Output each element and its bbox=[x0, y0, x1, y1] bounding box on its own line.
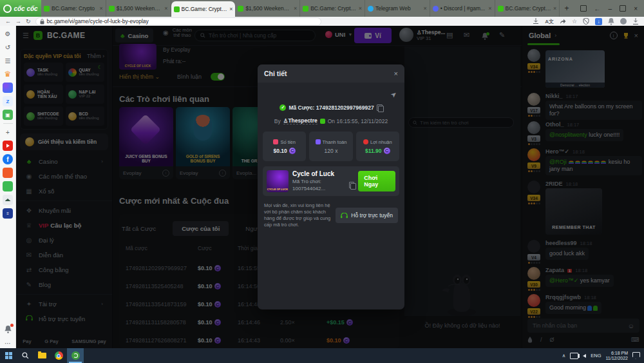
stat-payout: Thanh toán 120 x bbox=[309, 132, 352, 161]
browser-titlebar: cốc cốc BC.Game: Crypto× $1,500 Weekend … bbox=[0, 0, 644, 17]
telegram-favicon bbox=[368, 6, 374, 12]
bcgame-favicon bbox=[238, 6, 243, 12]
address-bar[interactable]: bc.game/vi/game/cycle-of-luck-by-evoplay bbox=[35, 17, 321, 26]
bet-id-text: Mã Cược: 1749281202997969927 bbox=[289, 104, 374, 111]
tab-weekend-2[interactable]: $1,500 Weekend Ev...× bbox=[235, 0, 300, 17]
tab-bcgame-2[interactable]: BC.Game: Crypto Ca...× bbox=[300, 0, 365, 17]
tab-close-icon[interactable]: × bbox=[100, 5, 103, 12]
maximize-button[interactable] bbox=[620, 5, 626, 12]
action-center-icon[interactable] bbox=[632, 352, 640, 359]
orange-app-icon[interactable] bbox=[3, 168, 13, 178]
modal-close-icon[interactable]: × bbox=[394, 70, 398, 77]
tab-title: $1,500 Weekend Ev... bbox=[245, 5, 292, 12]
coin-icon: C bbox=[289, 148, 296, 154]
bet-timestamp: On 16:15:55, 12/11/2022 bbox=[328, 118, 388, 124]
game-thumbnail[interactable]: CYCLE OF LUCK bbox=[267, 170, 289, 192]
games-icon[interactable]: ▣ bbox=[3, 110, 13, 120]
downloads-icon[interactable] bbox=[632, 18, 639, 25]
start-button[interactable] bbox=[0, 348, 17, 363]
share-arrow-icon[interactable]: ➤ bbox=[389, 90, 399, 100]
tab-title: BC.Game: Crypto Ca... bbox=[310, 5, 357, 12]
tab-discord[interactable]: • Discord | #gam...× bbox=[430, 0, 495, 17]
tab-title: BC.Game: Crypto bbox=[52, 5, 98, 12]
add-shortcut-icon[interactable]: + bbox=[3, 127, 13, 137]
notification-bell-icon[interactable] bbox=[608, 18, 614, 25]
clock[interactable]: 6:18 PM 11/12/2022 bbox=[605, 351, 628, 361]
settings-icon[interactable]: ⚙ bbox=[3, 28, 13, 39]
tray-expand-icon[interactable]: ∧ bbox=[562, 353, 566, 358]
toolbar-actions: A文 ☆ ↓ bbox=[533, 18, 639, 25]
address-toolbar: ← → ↻ bc.game/vi/game/cycle-of-luck-by-e… bbox=[0, 17, 644, 26]
translate-icon[interactable]: A文 bbox=[545, 18, 554, 25]
tab-close-icon[interactable]: × bbox=[229, 6, 232, 12]
youtube-icon[interactable] bbox=[3, 141, 13, 151]
by-label: By bbox=[274, 118, 281, 124]
tab-close-icon[interactable]: × bbox=[488, 5, 491, 12]
language-indicator[interactable]: ENG bbox=[591, 353, 601, 358]
tab-strip: BC.Game: Crypto× $1,500 Weekend Ev...× B… bbox=[41, 0, 574, 17]
game-name: Cycle of Luck bbox=[292, 170, 354, 178]
tab-bcgame-active[interactable]: BC.Game: Crypto Ca...× bbox=[171, 1, 236, 17]
tab-bcgame-3[interactable]: BC.Game: Crypto Ca...× bbox=[495, 0, 560, 17]
facebook-icon[interactable]: f bbox=[3, 154, 13, 164]
rail-divider bbox=[3, 123, 13, 124]
minimize-button[interactable]: – bbox=[609, 5, 612, 12]
cap-app-icon[interactable] bbox=[3, 195, 13, 205]
bcgame-favicon bbox=[498, 6, 504, 12]
adblock-shield-icon[interactable] bbox=[583, 18, 589, 25]
stat-profit: Lợi nhuận $11.90C bbox=[356, 132, 399, 161]
file-explorer-icon[interactable] bbox=[33, 348, 50, 363]
bet-username-link[interactable]: ♙Thespectre bbox=[283, 117, 317, 124]
live-support-button[interactable]: Hỗ trợ trực tuyến bbox=[336, 208, 398, 223]
green-app-icon[interactable] bbox=[3, 181, 13, 191]
coin-icon: C bbox=[384, 148, 390, 154]
forward-icon[interactable]: → bbox=[15, 18, 21, 25]
tab-close-icon[interactable]: × bbox=[424, 5, 427, 12]
taskbar-search-icon[interactable] bbox=[17, 348, 33, 363]
reading-list-icon[interactable]: ☰ bbox=[3, 55, 13, 66]
amount-icon bbox=[273, 139, 278, 144]
bcgame-favicon bbox=[44, 6, 50, 12]
crown-icon[interactable]: ♛ bbox=[3, 69, 13, 79]
tab-title: • Discord | #gam... bbox=[440, 5, 487, 12]
pin-tab-icon[interactable]: ← bbox=[594, 5, 601, 12]
tab-layout-icon[interactable] bbox=[580, 5, 587, 12]
navy-app-icon[interactable]: ≡ bbox=[3, 208, 13, 219]
tab-telegram[interactable]: Telegram Web× bbox=[365, 0, 430, 17]
rail-more-icon[interactable]: ⋯ bbox=[3, 338, 13, 348]
coccoc-logo[interactable]: cốc cốc bbox=[0, 0, 41, 17]
volume-icon[interactable] bbox=[583, 354, 586, 358]
tab-close-icon[interactable]: × bbox=[294, 5, 297, 12]
tab-close-icon[interactable]: × bbox=[164, 5, 167, 12]
tab-close-icon[interactable]: × bbox=[553, 5, 556, 12]
messenger-icon[interactable] bbox=[3, 83, 13, 93]
copy-icon[interactable] bbox=[377, 104, 383, 111]
coccoc-taskbar-icon[interactable] bbox=[67, 348, 84, 363]
stat-amount: Số tiền $0.10C bbox=[263, 132, 306, 161]
save-page-icon[interactable] bbox=[533, 18, 539, 25]
windows-taskbar: ∧ ENG 6:18 PM 11/12/2022 bbox=[0, 348, 644, 363]
download-manager-icon[interactable]: ↓ bbox=[595, 18, 602, 25]
payout-icon bbox=[316, 139, 321, 144]
new-tab-button[interactable]: + bbox=[560, 0, 573, 17]
tab-weekend-1[interactable]: $1,500 Weekend Ev...× bbox=[106, 0, 171, 17]
profile-avatar-icon[interactable] bbox=[620, 18, 627, 25]
tab-bcgame-1[interactable]: BC.Game: Crypto× bbox=[41, 0, 106, 17]
chrome-icon[interactable] bbox=[50, 348, 67, 363]
share-icon[interactable] bbox=[560, 18, 566, 25]
close-window-button[interactable]: × bbox=[634, 5, 638, 12]
copy-icon[interactable] bbox=[349, 182, 354, 188]
bcgame-favicon bbox=[303, 6, 308, 12]
support-note: Mọi vấn đề, xin vui lòng liên hệ với bộ … bbox=[264, 202, 335, 228]
bcgame-page: ☰ B BC.GAME Đặc quyền VIP của tôi Thêm ›… bbox=[16, 26, 644, 348]
history-icon[interactable]: ↺ bbox=[3, 42, 13, 52]
tab-title: BC.Game: Crypto Ca... bbox=[182, 6, 228, 12]
rail-bell-icon[interactable] bbox=[3, 324, 13, 335]
bookmark-star-icon[interactable]: ☆ bbox=[572, 18, 577, 25]
tab-close-icon[interactable]: × bbox=[359, 5, 362, 12]
play-now-button[interactable]: Chơi Ngay bbox=[358, 171, 395, 191]
reload-icon[interactable]: ↻ bbox=[26, 18, 31, 25]
coccoc-side-rail: ⚙ ↺ ☰ ♛ Z ▣ + f ≡ ⋯ bbox=[0, 26, 16, 348]
back-icon[interactable]: ← bbox=[5, 18, 11, 25]
blue-app-icon[interactable]: Z bbox=[3, 96, 13, 106]
